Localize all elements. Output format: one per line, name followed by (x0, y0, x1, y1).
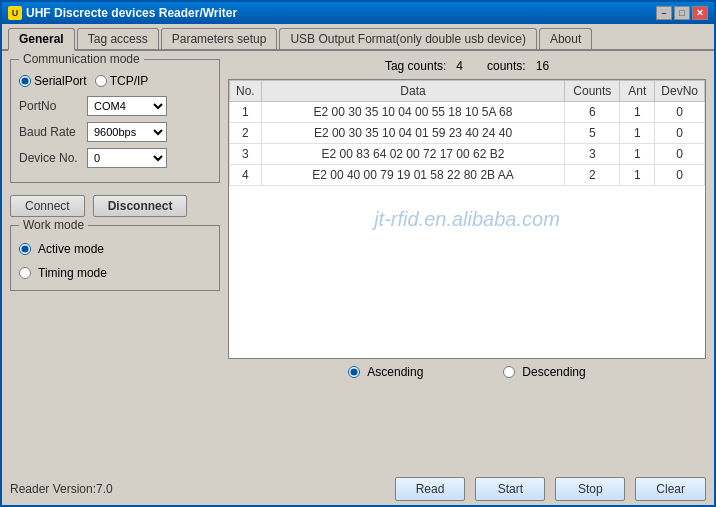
data-table: No. Data Counts Ant DevNo 1 E2 00 30 35 … (229, 80, 705, 186)
cell-ant: 1 (620, 102, 655, 123)
tab-about[interactable]: About (539, 28, 592, 49)
ascending-label: Ascending (367, 365, 423, 379)
active-mode-radio[interactable] (19, 243, 31, 255)
cell-ant: 1 (620, 165, 655, 186)
cell-data: E2 00 30 35 10 04 00 55 18 10 5A 68 (261, 102, 565, 123)
cell-no: 1 (230, 102, 262, 123)
titlebar-buttons: – □ ✕ (656, 6, 708, 20)
timing-mode-label: Timing mode (38, 266, 107, 280)
cell-ant: 1 (620, 144, 655, 165)
descending-label: Descending (522, 365, 585, 379)
tcp-ip-radio[interactable] (95, 75, 107, 87)
work-mode-label: Work mode (19, 218, 88, 232)
tag-counts-text: Tag counts: (385, 59, 446, 73)
cell-data: E2 00 83 64 02 00 72 17 00 62 B2 (261, 144, 565, 165)
stop-button[interactable]: Stop (555, 477, 625, 501)
read-button[interactable]: Read (395, 477, 466, 501)
clear-button[interactable]: Clear (635, 477, 706, 501)
tag-counts-value: 4 (456, 59, 463, 73)
counts-value: 16 (536, 59, 549, 73)
window-title: UHF Discrecte devices Reader/Writer (26, 6, 237, 20)
col-ant: Ant (620, 81, 655, 102)
timing-mode-radio[interactable] (19, 267, 31, 279)
descending-option[interactable]: Descending (503, 365, 585, 379)
left-panel: Communication mode SerialPort TCP/IP Por… (10, 59, 220, 465)
cell-counts: 3 (565, 144, 620, 165)
titlebar-left: U UHF Discrecte devices Reader/Writer (8, 6, 237, 20)
cell-devno: 0 (655, 102, 705, 123)
close-button[interactable]: ✕ (692, 6, 708, 20)
tcp-ip-option[interactable]: TCP/IP (95, 74, 149, 88)
cell-devno: 0 (655, 123, 705, 144)
table-row: 4 E2 00 40 00 79 19 01 58 22 80 2B AA 2 … (230, 165, 705, 186)
disconnect-button[interactable]: Disconnect (93, 195, 188, 217)
col-data: Data (261, 81, 565, 102)
communication-mode-group: Communication mode SerialPort TCP/IP Por… (10, 59, 220, 183)
cell-no: 4 (230, 165, 262, 186)
table-row: 1 E2 00 30 35 10 04 00 55 18 10 5A 68 6 … (230, 102, 705, 123)
cell-counts: 6 (565, 102, 620, 123)
tag-counts-label: Tag counts: 4 (385, 59, 463, 73)
serial-port-label: SerialPort (34, 74, 87, 88)
tcp-ip-label: TCP/IP (110, 74, 149, 88)
descending-radio[interactable] (503, 366, 515, 378)
cell-no: 3 (230, 144, 262, 165)
ascending-radio[interactable] (348, 366, 360, 378)
tab-parameters-setup[interactable]: Parameters setup (161, 28, 278, 49)
tab-tag-access[interactable]: Tag access (77, 28, 159, 49)
port-no-row: PortNo COM4 COM1 COM2 COM3 (19, 96, 211, 116)
communication-mode-label: Communication mode (19, 52, 144, 66)
main-window: U UHF Discrecte devices Reader/Writer – … (0, 0, 716, 507)
main-content: Communication mode SerialPort TCP/IP Por… (2, 51, 714, 473)
action-buttons: Read Start Stop Clear (395, 477, 706, 501)
serial-port-radio[interactable] (19, 75, 31, 87)
serial-port-option[interactable]: SerialPort (19, 74, 87, 88)
cell-data: E2 00 30 35 10 04 01 59 23 40 24 40 (261, 123, 565, 144)
port-no-select[interactable]: COM4 COM1 COM2 COM3 (87, 96, 167, 116)
tab-general[interactable]: General (8, 28, 75, 51)
maximize-button[interactable]: □ (674, 6, 690, 20)
right-panel: Tag counts: 4 counts: 16 No. Data (228, 59, 706, 465)
cell-counts: 5 (565, 123, 620, 144)
timing-mode-option[interactable]: Timing mode (19, 266, 211, 280)
port-no-label: PortNo (19, 99, 87, 113)
baud-rate-label: Baud Rate (19, 125, 87, 139)
cell-counts: 2 (565, 165, 620, 186)
version-text: Reader Version:7.0 (10, 482, 395, 496)
connect-button-row: Connect Disconnect (10, 195, 220, 217)
cell-no: 2 (230, 123, 262, 144)
cell-devno: 0 (655, 144, 705, 165)
app-icon: U (8, 6, 22, 20)
active-mode-label: Active mode (38, 242, 104, 256)
cell-data: E2 00 40 00 79 19 01 58 22 80 2B AA (261, 165, 565, 186)
col-no: No. (230, 81, 262, 102)
cell-devno: 0 (655, 165, 705, 186)
bottom-bar: Reader Version:7.0 Read Start Stop Clear (2, 473, 714, 505)
col-devno: DevNo (655, 81, 705, 102)
ascending-option[interactable]: Ascending (348, 365, 423, 379)
baud-rate-select[interactable]: 9600bps 19200bps 38400bps 115200bps (87, 122, 167, 142)
work-mode-group: Work mode Active mode Timing mode (10, 225, 220, 291)
connect-button[interactable]: Connect (10, 195, 85, 217)
active-mode-option[interactable]: Active mode (19, 242, 211, 256)
counts-label: counts: 16 (487, 59, 549, 73)
watermark: jt-rfid.en.alibaba.com (374, 208, 560, 231)
sort-row: Ascending Descending (228, 359, 706, 385)
device-no-row: Device No. 0 1 2 3 (19, 148, 211, 168)
cell-ant: 1 (620, 123, 655, 144)
minimize-button[interactable]: – (656, 6, 672, 20)
comm-mode-radio-row: SerialPort TCP/IP (19, 74, 211, 88)
device-no-label: Device No. (19, 151, 87, 165)
counts-text: counts: (487, 59, 526, 73)
tab-usb-output[interactable]: USB Output Format(only double usb device… (279, 28, 536, 49)
start-button[interactable]: Start (475, 477, 545, 501)
tab-bar: General Tag access Parameters setup USB … (2, 24, 714, 51)
tag-counts-row: Tag counts: 4 counts: 16 (228, 59, 706, 73)
titlebar: U UHF Discrecte devices Reader/Writer – … (2, 2, 714, 24)
device-no-select[interactable]: 0 1 2 3 (87, 148, 167, 168)
data-table-container: No. Data Counts Ant DevNo 1 E2 00 30 35 … (228, 79, 706, 359)
baud-rate-row: Baud Rate 9600bps 19200bps 38400bps 1152… (19, 122, 211, 142)
table-row: 2 E2 00 30 35 10 04 01 59 23 40 24 40 5 … (230, 123, 705, 144)
table-row: 3 E2 00 83 64 02 00 72 17 00 62 B2 3 1 0 (230, 144, 705, 165)
col-counts: Counts (565, 81, 620, 102)
